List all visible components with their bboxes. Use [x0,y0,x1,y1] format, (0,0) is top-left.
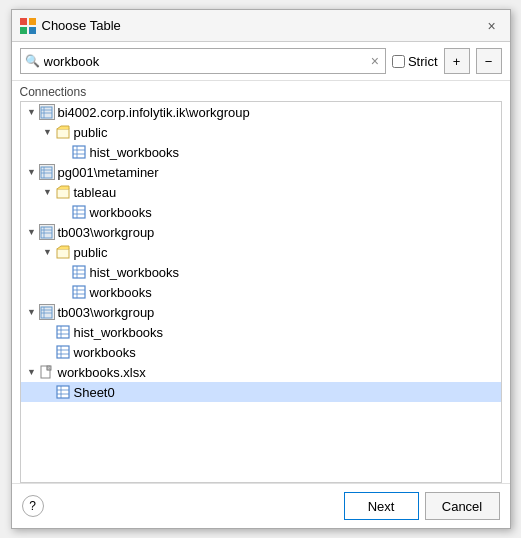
db-icon [39,104,55,120]
tree-item[interactable]: ▼ tb003\workgroup [21,302,501,322]
dialog-title: Choose Table [42,18,121,33]
table-icon [71,204,87,220]
node-label: tb003\workgroup [58,305,155,320]
help-button[interactable]: ? [22,495,44,517]
tree-item[interactable]: ▼ public [21,122,501,142]
svg-rect-22 [41,227,52,238]
svg-rect-8 [57,129,69,138]
tree-item[interactable]: ▼ public [21,242,501,262]
node-label: workbooks.xlsx [58,365,146,380]
title-bar-left: Choose Table [20,18,121,34]
node-label: pg001\metaminer [58,165,159,180]
search-input[interactable] [44,54,369,69]
expand-icon: ▼ [25,165,39,179]
toolbar: 🔍 × Strict + − [12,42,510,81]
node-label: tb003\workgroup [58,225,155,240]
expand-icon: ▼ [41,185,55,199]
table-icon [55,344,71,360]
expand-icon: ▼ [41,125,55,139]
table-icon [71,284,87,300]
schema-icon [55,184,71,200]
svg-rect-31 [73,286,85,298]
svg-rect-49 [57,386,69,398]
svg-rect-43 [57,346,69,358]
tree-item[interactable]: ▶ hist_workbooks [21,142,501,162]
node-label: tableau [74,185,117,200]
svg-rect-17 [57,189,69,198]
cancel-button[interactable]: Cancel [425,492,500,520]
svg-rect-13 [41,167,52,178]
node-label: Sheet0 [74,385,115,400]
node-label: workbooks [90,205,152,220]
tree-item[interactable]: ▶ hist_workbooks [21,262,501,282]
tree-area[interactable]: ▼ bi4002.corp.infolytik.ik\workgroup ▼ p… [20,101,502,483]
svg-rect-18 [73,206,85,218]
remove-connection-button[interactable]: − [476,48,502,74]
tree-item[interactable]: ▶ workbooks [21,282,501,302]
table-icon [71,144,87,160]
app-icon [20,18,36,34]
choose-table-dialog: Choose Table × 🔍 × Strict + − Connection… [11,9,511,529]
node-label: hist_workbooks [90,145,180,160]
tree-item[interactable]: ▶ workbooks [21,202,501,222]
tree-item[interactable]: ▶ workbooks [21,342,501,362]
svg-rect-0 [20,18,27,25]
add-connection-button[interactable]: + [444,48,470,74]
node-label: hist_workbooks [74,325,164,340]
table-icon [55,384,71,400]
svg-rect-9 [73,146,85,158]
node-label: public [74,245,108,260]
svg-rect-1 [29,18,36,25]
strict-label: Strict [392,54,438,69]
node-label: workbooks [74,345,136,360]
svg-rect-39 [57,326,69,338]
node-label: public [74,125,108,140]
svg-rect-27 [73,266,85,278]
expand-icon: ▼ [41,245,55,259]
db-icon [39,304,55,320]
table-icon [55,324,71,340]
tree-item[interactable]: ▼ workbooks.xlsx [21,362,501,382]
connections-label: Connections [12,81,510,101]
tree-item[interactable]: ▼ tb003\workgroup [21,222,501,242]
node-label: hist_workbooks [90,265,180,280]
svg-rect-35 [41,307,52,318]
svg-rect-4 [41,107,52,118]
table-icon [71,264,87,280]
node-label: workbooks [90,285,152,300]
next-button[interactable]: Next [344,492,419,520]
tree-item[interactable]: ▼ pg001\metaminer [21,162,501,182]
node-label: bi4002.corp.infolytik.ik\workgroup [58,105,250,120]
clear-search-button[interactable]: × [369,53,381,69]
svg-rect-3 [29,27,36,34]
db-icon [39,224,55,240]
svg-rect-2 [20,27,27,34]
search-icon: 🔍 [25,54,40,68]
schema-icon [55,124,71,140]
svg-rect-26 [57,249,69,258]
tree-item[interactable]: ▼ tableau [21,182,501,202]
expand-icon: ▼ [25,225,39,239]
expand-icon: ▼ [25,365,39,379]
file-icon [39,364,55,380]
search-box: 🔍 × [20,48,386,74]
tree-item-selected[interactable]: ▶ Sheet0 [21,382,501,402]
strict-checkbox[interactable] [392,55,405,68]
footer: ? Next Cancel [12,483,510,528]
tree-item[interactable]: ▼ bi4002.corp.infolytik.ik\workgroup [21,102,501,122]
footer-buttons: Next Cancel [344,492,500,520]
tree-item[interactable]: ▶ hist_workbooks [21,322,501,342]
expand-icon: ▼ [25,305,39,319]
expand-icon: ▼ [25,105,39,119]
strict-text: Strict [408,54,438,69]
db-icon [39,164,55,180]
close-button[interactable]: × [482,16,502,36]
title-bar: Choose Table × [12,10,510,42]
schema-icon [55,244,71,260]
